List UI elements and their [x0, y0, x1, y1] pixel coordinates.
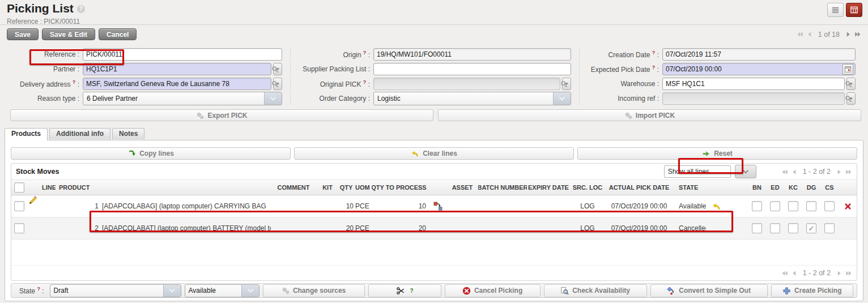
- original-pick-input: [373, 78, 560, 90]
- list-view-button[interactable]: [827, 3, 844, 17]
- edit-pencil-icon: [28, 195, 38, 205]
- row-checkbox[interactable]: [14, 201, 24, 211]
- prev-page-icon[interactable]: [791, 169, 798, 175]
- expected-pick-date-input[interactable]: [662, 63, 856, 75]
- tab-notes[interactable]: Notes: [112, 128, 144, 139]
- row-checkbox[interactable]: [14, 223, 24, 233]
- original-pick-dropdown-button[interactable]: [562, 78, 571, 90]
- list-view-icon: [831, 6, 840, 14]
- kc-checkbox[interactable]: [788, 201, 798, 211]
- gear-icon: [282, 287, 290, 295]
- select-all-checkbox[interactable]: [14, 182, 24, 193]
- last-record-icon[interactable]: [854, 31, 861, 37]
- first-record-icon[interactable]: [797, 31, 803, 37]
- stock-moves-group: Stock Moves Show all lines 1 - 2 of 2 LI…: [11, 163, 857, 281]
- undo-line-icon[interactable]: [712, 202, 721, 211]
- first-page-icon[interactable]: [781, 169, 788, 175]
- bn-checkbox[interactable]: [752, 201, 762, 211]
- clear-lines-button[interactable]: Clear lines: [294, 147, 574, 160]
- original-pick-label: Original PICK ? :: [291, 79, 373, 88]
- dg-checkbox[interactable]: [806, 201, 816, 211]
- save-button[interactable]: Save: [7, 28, 39, 40]
- cancel-picking-button[interactable]: Cancel Picking: [445, 284, 541, 297]
- incoming-ref-input: [662, 92, 845, 105]
- create-picking-button[interactable]: Create Picking: [771, 284, 853, 297]
- next-record-icon[interactable]: [845, 31, 852, 37]
- form-view-button[interactable]: [846, 3, 862, 17]
- show-lines-dropdown-button[interactable]: [735, 165, 756, 178]
- stock-moves-table: LINE PRODUCT COMMENT KIT QTY UOM QTY TO …: [11, 180, 857, 240]
- delivery-address-input[interactable]: [83, 78, 271, 90]
- partner-input[interactable]: [83, 63, 271, 75]
- chevron-down-icon: [163, 285, 181, 297]
- convert-to-simple-out-button[interactable]: Convert to Simple Out: [650, 284, 768, 297]
- lines-pager-bottom: 1 - 2 of 2: [781, 269, 852, 277]
- last-page-icon[interactable]: [845, 270, 852, 276]
- cs-checkbox[interactable]: [824, 201, 835, 211]
- show-all-lines-button[interactable]: Show all lines: [664, 165, 731, 178]
- ed-checkbox[interactable]: [770, 201, 780, 211]
- gear-icon: [624, 112, 632, 120]
- record-pager: 1 of 18: [797, 31, 861, 39]
- calendar-icon[interactable]: [843, 64, 853, 75]
- supplier-packing-list-label: Supplier Packing List :: [291, 65, 373, 73]
- breadcrumb: Reference : PICK/00011: [7, 18, 862, 25]
- partner-label: Partner :: [0, 65, 83, 73]
- save-edit-button[interactable]: Save & Edit: [42, 28, 95, 40]
- incoming-ref-dropdown-button[interactable]: [846, 92, 856, 105]
- state-select[interactable]: Draft: [50, 284, 181, 297]
- supplier-packing-list-input[interactable]: [373, 63, 571, 75]
- delivery-address-dropdown-button[interactable]: [273, 78, 282, 90]
- origin-input[interactable]: [373, 48, 571, 61]
- copy-lines-button[interactable]: Copy lines: [11, 147, 291, 160]
- export-import-row: Export PICK Import PICK: [10, 109, 861, 121]
- expected-pick-date-label: Expected Pick Date ? :: [580, 65, 662, 74]
- prev-record-icon[interactable]: [806, 31, 813, 37]
- first-page-icon[interactable]: [781, 270, 788, 276]
- kc-checkbox[interactable]: [788, 223, 798, 233]
- availability-select[interactable]: Available: [185, 284, 259, 297]
- export-pick-button[interactable]: Export PICK: [10, 109, 433, 121]
- last-page-icon[interactable]: [845, 169, 852, 175]
- order-category-select[interactable]: Logistic: [373, 92, 571, 105]
- picking-form: Reference : Origin ? : Creation Date ? :…: [0, 48, 863, 105]
- partner-dropdown-button[interactable]: [273, 63, 282, 75]
- table-row[interactable]: 2 [ADAPCOLABAT] (laptop computer) BATTER…: [11, 217, 857, 240]
- cs-checkbox[interactable]: [824, 223, 835, 233]
- products-tab-panel: Copy lines Clear lines Reset Stock Moves…: [5, 140, 863, 301]
- reset-button[interactable]: Reset: [577, 147, 857, 160]
- tab-additional-info[interactable]: Additional info: [49, 128, 110, 139]
- creation-date-label: Creation Date ? :: [580, 50, 662, 59]
- change-sources-button[interactable]: Change sources: [263, 284, 365, 297]
- next-page-icon[interactable]: [836, 270, 843, 276]
- ed-checkbox[interactable]: [770, 223, 780, 233]
- prev-page-icon[interactable]: [791, 270, 798, 276]
- reason-type-select[interactable]: 6 Deliver Partner: [83, 92, 282, 105]
- record-pager-text: 1 of 18: [818, 31, 840, 39]
- warehouse-input[interactable]: [662, 78, 845, 90]
- reference-input[interactable]: [83, 48, 282, 61]
- convert-icon: [667, 287, 675, 295]
- check-availability-button[interactable]: Check Availability: [544, 284, 647, 297]
- lines-pager-text: 1 - 2 of 2: [803, 168, 831, 176]
- reference-label: Reference :: [0, 50, 83, 58]
- cancel-icon: [462, 287, 471, 295]
- process-split-icon[interactable]: [433, 202, 442, 211]
- chevron-down-icon: [241, 285, 259, 297]
- dg-checkbox[interactable]: [806, 223, 816, 233]
- next-page-icon[interactable]: [836, 169, 843, 175]
- warehouse-dropdown-button[interactable]: [846, 78, 856, 90]
- clear-lines-icon: [411, 150, 419, 158]
- origin-label: Origin ? :: [291, 50, 373, 59]
- bn-checkbox[interactable]: [752, 223, 762, 233]
- status-footer: State ? : Draft Available Change sources…: [11, 283, 857, 298]
- table-row[interactable]: 1 [ADAPCOLABAG] (laptop computer) CARRYI…: [11, 195, 857, 217]
- delete-line-icon[interactable]: [844, 203, 852, 210]
- tab-products[interactable]: Products: [5, 128, 48, 140]
- reset-icon: [702, 150, 710, 158]
- table-header-row: LINE PRODUCT COMMENT KIT QTY UOM QTY TO …: [11, 180, 857, 195]
- cut-lines-button[interactable]: ?: [368, 284, 441, 297]
- import-pick-button[interactable]: Import PICK: [438, 109, 861, 121]
- cancel-button[interactable]: Cancel: [99, 28, 137, 40]
- plus-icon: [782, 287, 791, 295]
